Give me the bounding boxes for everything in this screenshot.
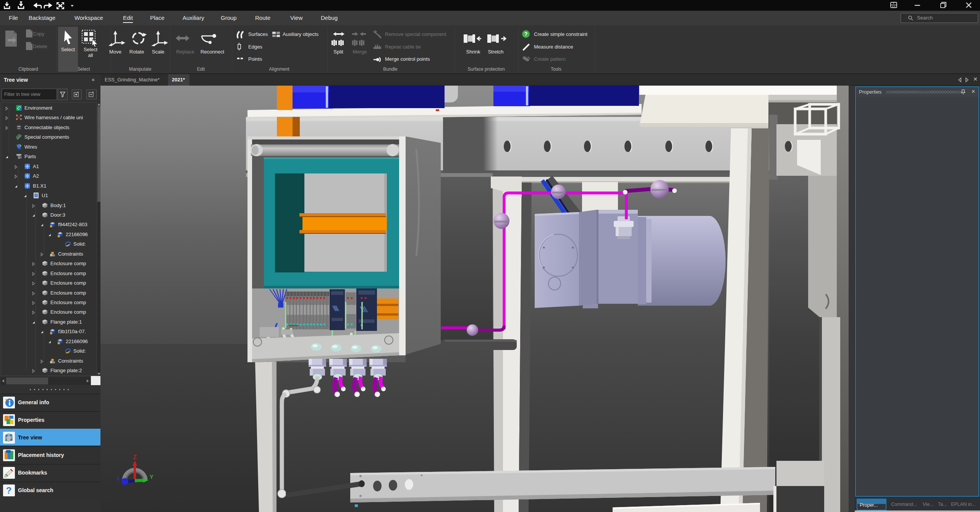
svg-text:?: ?: [524, 31, 528, 37]
svg-text:Y: Y: [150, 474, 154, 480]
svg-text:Z: Z: [133, 454, 137, 460]
svg-text:X: X: [116, 476, 120, 482]
svg-text:?: ?: [6, 485, 12, 496]
